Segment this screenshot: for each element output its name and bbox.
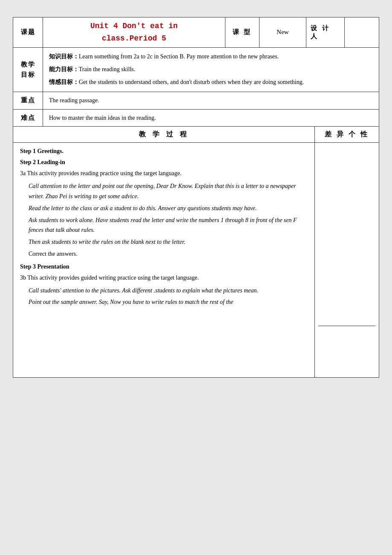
step1-heading: Step 1 Greetings. [20, 148, 308, 155]
content-main: Step 1 Greetings. Step 2 Leading-in 3a T… [13, 143, 315, 377]
content-row: Step 1 Greetings. Step 2 Leading-in 3a T… [13, 143, 379, 377]
focus-label: 重点 [13, 92, 43, 109]
designer-label: 设 计 人 [306, 17, 345, 47]
lesson-title-cell: Unit 4 Don't eat in class.Period 5 [43, 17, 225, 47]
process-diff: 差 异 个 性 [315, 127, 379, 142]
focus-content: The reading passage. [43, 92, 379, 109]
step2-italic2: Read the letter to the class or ask a st… [29, 203, 308, 214]
process-title: 教 学 过 程 [13, 127, 315, 142]
step3-heading: Step 3 Presentation [20, 263, 308, 270]
step3-italic2: Point out the sample answer. Say, Now yo… [29, 297, 308, 307]
objective-knowledge: 知识目标： Learn something from 2a to 2c in S… [49, 52, 373, 61]
objective-emotion: 情感目标： Get the students to understand oth… [49, 78, 373, 87]
emotion-text: Get the students to understand others, a… [79, 78, 373, 87]
knowledge-label: 知识目标： [49, 52, 79, 61]
emotion-label: 情感目标： [49, 78, 79, 87]
content-side [315, 143, 379, 377]
step2-italic3: Ask students to work alone. Have student… [29, 215, 308, 236]
focus-row: 重点 The reading passage. [13, 92, 379, 110]
objectives-row: 教学目标 知识目标： Learn something from 2a to 2c… [13, 48, 379, 92]
ability-text: Train the reading skills. [79, 65, 373, 74]
step3-para: 3b This activity provides guided writing… [20, 273, 308, 283]
process-header: 教 学 过 程 差 异 个 性 [13, 127, 379, 143]
lesson-plan-page: 课题 Unit 4 Don't eat in class.Period 5 课 … [13, 17, 379, 378]
step2-correct: Correct the answers. [29, 249, 308, 259]
ketidao-label: 课题 [13, 17, 43, 47]
step3-italic1: Call students' attention to the pictures… [29, 286, 308, 296]
objectives-label: 教学目标 [13, 48, 43, 92]
objective-ability: 能力目标： Train the reading skills. [49, 65, 373, 74]
lesson-title: Unit 4 Don't eat in class.Period 5 [90, 20, 178, 45]
knowledge-text: Learn something from 2a to 2c in Section… [79, 52, 373, 61]
ability-label: 能力目标： [49, 65, 79, 74]
difficulty-label: 难点 [13, 110, 43, 127]
side-divider [318, 326, 375, 326]
step2-heading: Step 2 Leading-in [20, 159, 308, 166]
step2-para: 3a This activity provides reading practi… [20, 168, 308, 179]
designer-value [345, 17, 379, 47]
ketype-label: 课 型 [225, 17, 259, 47]
difficulty-row: 难点 How to master the main ideas in the r… [13, 110, 379, 127]
difficulty-content: How to master the main ideas in the read… [43, 110, 379, 127]
step2-italic1: Call attention to the letter and point o… [29, 181, 308, 202]
objectives-content: 知识目标： Learn something from 2a to 2c in S… [43, 48, 379, 92]
header-row: 课题 Unit 4 Don't eat in class.Period 5 课 … [13, 17, 379, 48]
ketype-value: New [259, 17, 306, 47]
step2-italic4: Then ask students to write the rules on … [29, 237, 308, 247]
